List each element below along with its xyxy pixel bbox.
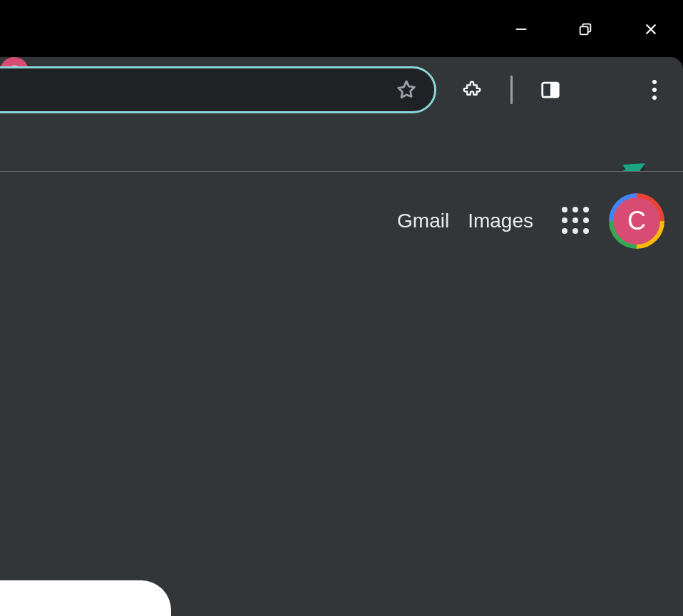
google-account-avatar: C [613, 197, 660, 245]
address-input[interactable] [0, 68, 434, 111]
side-panel-icon [540, 79, 561, 101]
browser-toolbar: C [0, 57, 683, 171]
svg-point-7 [652, 80, 657, 84]
svg-point-9 [652, 96, 657, 100]
window-titlebar [0, 0, 683, 57]
toolbar-separator [510, 76, 513, 104]
vertical-dots-icon [652, 79, 657, 101]
chrome-menu-button[interactable] [642, 77, 667, 103]
svg-rect-2 [580, 26, 588, 34]
google-account-letter: C [627, 206, 646, 236]
svg-point-8 [652, 88, 657, 92]
window-maximize-button[interactable] [576, 20, 595, 38]
extensions-button[interactable] [461, 77, 486, 103]
window-minimize-button[interactable] [512, 20, 530, 38]
page-content: Gmail Images C [0, 171, 683, 616]
google-apps-button[interactable] [562, 207, 590, 235]
apps-grid-dot-icon [562, 207, 568, 212]
bookmark-star-icon[interactable] [394, 78, 418, 102]
address-bar[interactable] [0, 66, 436, 113]
window-close-button[interactable] [642, 20, 660, 38]
images-link[interactable]: Images [468, 210, 533, 232]
google-account-button[interactable]: C [609, 193, 664, 249]
extensions-icon [462, 78, 485, 101]
minimize-icon [513, 21, 529, 37]
maximize-icon [577, 21, 593, 37]
close-icon [643, 21, 659, 37]
gmail-link[interactable]: Gmail [397, 210, 449, 232]
google-header: Gmail Images C [397, 193, 664, 249]
svg-rect-6 [550, 83, 558, 97]
customize-chrome-panel[interactable] [0, 580, 171, 616]
side-panel-button[interactable] [538, 77, 563, 103]
